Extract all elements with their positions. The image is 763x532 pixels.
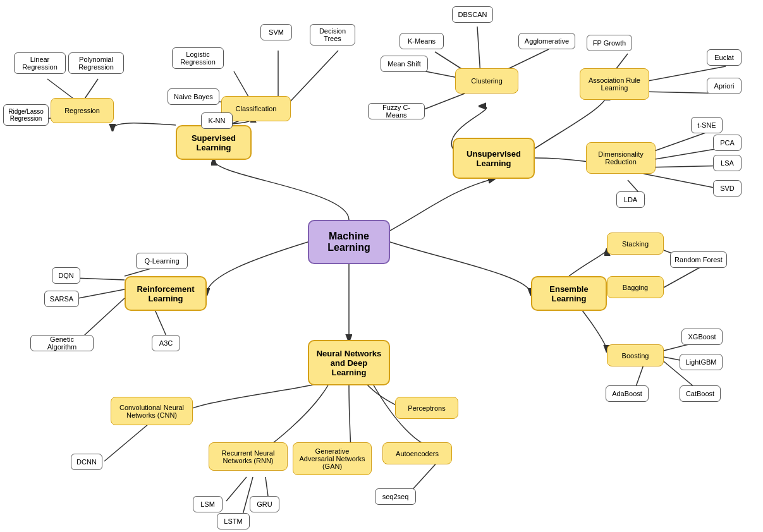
node-boosting: Boosting: [607, 344, 664, 366]
leaf-catboost: CatBoost: [680, 385, 721, 402]
svg-line-22: [664, 265, 704, 287]
leaf-knn: K-NN: [201, 112, 233, 129]
leaf-linear-reg: Linear Regression: [14, 52, 66, 74]
node-reinforcement-label: Reinforcement Learning: [137, 284, 194, 303]
node-dim-reduction: Dimensionality Reduction: [586, 142, 656, 174]
leaf-lda: LDA: [616, 191, 645, 208]
node-supervised-label: Supervised Learning: [192, 133, 236, 152]
leaf-pca: PCA: [713, 135, 742, 151]
node-regression: Regression: [51, 98, 114, 123]
leaf-xgboost: XGBoost: [681, 329, 723, 345]
leaf-lsa: LSA: [713, 155, 742, 171]
leaf-fuzzy-cmeans: Fuzzy C-Means: [368, 103, 425, 119]
leaf-q-learning: Q-Learning: [136, 253, 188, 269]
mindmap-canvas: Machine Learning Supervised Learning Uns…: [0, 0, 763, 532]
node-clustering: Clustering: [455, 68, 518, 94]
leaf-ridge-lasso: Ridge/Lasso Regression: [3, 104, 49, 126]
node-stacking-label: Stacking: [622, 240, 649, 248]
node-machine-learning: Machine Learning: [308, 220, 390, 264]
node-perceptrons: Perceptrons: [395, 397, 458, 419]
node-autoencoders-label: Autoencoders: [396, 450, 439, 457]
leaf-logistic: Logistic Regression: [172, 47, 224, 69]
leaf-random-forest: Random Forest: [670, 251, 727, 268]
leaf-svd: SVD: [713, 180, 742, 196]
node-rnn: Recurrent Neural Networks (RNN): [209, 442, 288, 471]
node-supervised: Supervised Learning: [176, 125, 252, 160]
node-unsupervised-label: Unsupervised Learning: [467, 149, 521, 168]
leaf-decision-trees: Decision Trees: [310, 24, 355, 45]
leaf-sarsa: SARSA: [44, 291, 79, 307]
leaf-agglomerative: Agglomerative: [518, 33, 575, 49]
leaf-tsne: t-SNE: [691, 117, 723, 133]
leaf-lsm: LSM: [193, 496, 223, 512]
node-stacking: Stacking: [607, 233, 664, 255]
leaf-poly-reg: Polynomial Regression: [68, 52, 124, 74]
leaf-svm: SVM: [260, 24, 292, 40]
leaf-fp-growth: FP Growth: [587, 35, 632, 51]
leaf-seq2seq: seq2seq: [375, 488, 416, 505]
node-autoencoders: Autoencoders: [382, 442, 452, 464]
leaf-lstm: LSTM: [217, 513, 250, 529]
node-boosting-label: Boosting: [622, 352, 649, 360]
node-cnn: Convolutional Neural Networks (CNN): [111, 397, 193, 425]
node-reinforcement: Reinforcement Learning: [125, 276, 207, 311]
node-unsupervised: Unsupervised Learning: [453, 138, 535, 179]
node-assoc-rule-label: Association Rule Learning: [589, 76, 640, 92]
node-cnn-label: Convolutional Neural Networks (CNN): [119, 404, 184, 419]
leaf-gru: GRU: [250, 496, 279, 512]
node-bagging: Bagging: [607, 276, 664, 298]
leaf-euclat: Euclat: [707, 49, 742, 66]
node-regression-label: Regression: [64, 107, 100, 114]
leaf-dbscan: DBSCAN: [452, 6, 493, 23]
leaf-naive-bayes: Naive Bayes: [168, 88, 219, 105]
leaf-apriori: Apriori: [707, 78, 742, 94]
leaf-kmeans: K-Means: [400, 33, 444, 49]
leaf-dqn: DQN: [52, 267, 80, 284]
node-bagging-label: Bagging: [623, 284, 648, 291]
node-classification-label: Classification: [236, 105, 277, 112]
node-gan: Generative Adversarial Networks (GAN): [293, 442, 372, 475]
node-dim-reduction-label: Dimensionality Reduction: [598, 150, 644, 166]
leaf-dcnn: DCNN: [71, 454, 102, 470]
svg-line-10: [477, 27, 480, 75]
leaf-lightgbm: LightGBM: [680, 354, 723, 370]
svg-line-28: [75, 278, 125, 280]
node-rnn-label: Recurrent Neural Networks (RNN): [222, 449, 275, 464]
leaf-adaboost: AdaBoost: [606, 385, 649, 402]
node-gan-label: Generative Adversarial Networks (GAN): [300, 447, 365, 470]
node-clustering-label: Clustering: [471, 77, 503, 85]
svg-line-33: [226, 477, 247, 501]
node-perceptrons-label: Perceptrons: [408, 404, 445, 412]
node-assoc-rule: Association Rule Learning: [580, 68, 649, 100]
svg-line-5: [288, 51, 338, 104]
leaf-a3c: A3C: [152, 335, 180, 351]
leaf-genetic-algorithm: Genetic Algorithm: [30, 335, 94, 351]
node-ensemble-label: Ensemble Learning: [549, 284, 588, 303]
node-ensemble: Ensemble Learning: [531, 276, 607, 311]
node-neural-networks-label: Neural Networks and Deep Learning: [317, 349, 382, 377]
node-neural-networks: Neural Networks and Deep Learning: [308, 340, 390, 385]
leaf-mean-shift: Mean Shift: [381, 56, 428, 72]
node-machine-learning-label: Machine Learning: [327, 231, 370, 253]
